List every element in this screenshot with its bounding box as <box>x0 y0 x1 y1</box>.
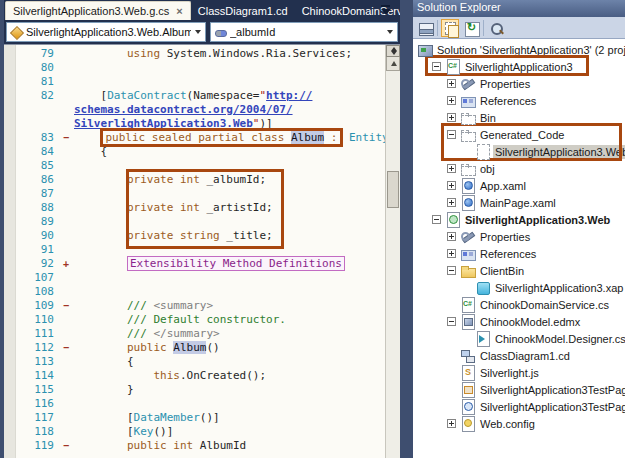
expand-icon[interactable] <box>447 232 456 241</box>
tab-strip: SilverlightApplication3.Web.g.cs×ClassDi… <box>4 0 400 20</box>
tree-item-silverlightapplication3testpage-aspx[interactable]: SilverlightApplication3TestPage.aspx <box>413 381 625 398</box>
tree-item-generated-code[interactable]: Generated_Code <box>413 126 625 143</box>
pane-splitter[interactable] <box>400 0 413 458</box>
expand-icon[interactable] <box>447 249 456 258</box>
close-icon[interactable]: × <box>176 6 182 16</box>
code-editor[interactable]: 79 using System.Windows.Ria.Services;808… <box>4 44 400 458</box>
tree-item-label: ChinookModel.edmx <box>478 315 582 329</box>
combo-dropdown-arrow-icon[interactable] <box>191 23 205 41</box>
code-line[interactable]: 113 { <box>16 355 385 369</box>
collapse-icon[interactable] <box>447 317 456 326</box>
tree-item-chinookmodel-edmx[interactable]: ChinookModel.edmx <box>413 313 625 330</box>
tree-item-chinookdomainservice-cs[interactable]: ChinookDomainService.cs <box>413 296 625 313</box>
tree-item-references[interactable]: References <box>413 245 625 262</box>
combo-dropdown-arrow-icon[interactable] <box>383 23 397 41</box>
tree-item-silverlightapplication3[interactable]: SilverlightApplication3 <box>413 58 625 75</box>
tree-item-app-xaml[interactable]: App.xaml <box>413 177 625 194</box>
code-token: _artistId; <box>200 201 273 214</box>
vertical-scrollbar[interactable] <box>385 45 400 458</box>
tree-item-silverlight-js[interactable]: Silverlight.js <box>413 364 625 381</box>
code-line[interactable]: 90 private string _title; <box>16 229 385 243</box>
code-line[interactable]: 116 <box>16 397 385 411</box>
code-line[interactable]: 80 <box>16 61 385 75</box>
tree-item-chinookmodel-designer-cs[interactable]: ChinookModel.Designer.cs <box>413 330 625 347</box>
code-line[interactable]: 89 <box>16 215 385 229</box>
tree-item-silverlightapplication3-web[interactable]: SilverlightApplication3.Web <box>413 211 625 228</box>
tree-item-properties[interactable]: Properties <box>413 75 625 92</box>
code-line[interactable]: 92+ Extensibility Method Definitions <box>16 257 385 271</box>
show-all-files-icon[interactable] <box>441 19 459 37</box>
tab-overflow-chevron-icon[interactable] <box>379 4 392 16</box>
scrollbar-thumb[interactable] <box>387 171 399 208</box>
code-line[interactable]: 79 using System.Windows.Ria.Services; <box>16 47 385 61</box>
scroll-up-button[interactable] <box>386 57 400 71</box>
code-line[interactable]: 87 <box>16 187 385 201</box>
fold-marker-icon[interactable]: − <box>58 131 74 145</box>
fold-margin <box>58 215 74 229</box>
code-line[interactable]: 107 <box>16 271 385 285</box>
code-line[interactable]: schemas.datacontract.org/2004/07/ <box>16 103 385 117</box>
code-line[interactable]: 119− public int AlbumId <box>16 439 385 453</box>
code-line[interactable]: 110 /// Default constructor. <box>16 313 385 327</box>
collapse-icon[interactable] <box>432 62 441 71</box>
code-line[interactable]: 108 <box>16 285 385 299</box>
expand-icon[interactable] <box>447 164 456 173</box>
code-line[interactable]: 115 } <box>16 383 385 397</box>
tree-item-silverlightapplication3-xap[interactable]: SilverlightApplication3.xap <box>413 279 625 296</box>
tree-item-references[interactable]: References <box>413 92 625 109</box>
code-line[interactable]: 81 <box>16 75 385 89</box>
code-line[interactable]: 91 <box>16 243 385 257</box>
collapse-icon[interactable] <box>447 266 456 275</box>
fold-marker-icon[interactable]: − <box>58 439 74 453</box>
fold-marker-icon[interactable]: + <box>58 257 74 271</box>
tree-item-classdiagram1-cd[interactable]: ClassDiagram1.cd <box>413 347 625 364</box>
code-line[interactable]: 109− /// <summary> <box>16 299 385 313</box>
code-line[interactable]: 86 private int _albumId; <box>16 173 385 187</box>
fold-marker-icon[interactable]: − <box>58 341 74 355</box>
code-line[interactable]: 82 [DataContract(Namespace="http:// <box>16 89 385 103</box>
tree-item-properties[interactable]: Properties <box>413 228 625 245</box>
tree-item-silverlightapplication3-web-g-cs[interactable]: SilverlightApplication3.Web.g.cs <box>413 143 625 160</box>
code-line[interactable]: 111 /// </summary> <box>16 327 385 341</box>
collapse-icon[interactable] <box>432 215 441 224</box>
code-token: DataContract <box>107 89 186 102</box>
view-class-diagram-icon[interactable] <box>487 19 505 37</box>
type-selector-combo[interactable]: SilverlightApplication3.Web.Album <box>6 22 206 42</box>
code-line[interactable]: 112− public Album() <box>16 341 385 355</box>
code-line[interactable]: 118 [Key()] <box>16 425 385 439</box>
expand-icon[interactable] <box>447 79 456 88</box>
code-line[interactable]: 117 [DataMember()] <box>16 411 385 425</box>
line-number: 85 <box>16 159 58 173</box>
type-selector-value: SilverlightApplication3.Web.Album <box>26 26 191 38</box>
line-number: 88 <box>16 201 58 215</box>
collapse-icon[interactable] <box>447 130 456 139</box>
expand-icon[interactable] <box>447 419 456 428</box>
editor-splitter-handle[interactable] <box>386 45 400 57</box>
properties-window-icon[interactable] <box>416 19 434 37</box>
document-tab[interactable]: ClassDiagram1.cd <box>191 1 295 20</box>
code-line[interactable]: 85 <box>16 159 385 173</box>
refresh-icon[interactable] <box>462 19 480 37</box>
code-line[interactable]: 88 private int _artistId; <box>16 201 385 215</box>
tree-item-solution-silverlightapplication3-2-projects[interactable]: Solution 'SilverlightApplication3' (2 pr… <box>413 41 625 58</box>
member-selector-combo[interactable]: _albumId <box>210 22 398 42</box>
tree-item-clientbin[interactable]: ClientBin <box>413 262 625 279</box>
document-tab[interactable]: SilverlightApplication3.Web.g.cs× <box>5 1 191 20</box>
tree-item-label: Properties <box>478 77 532 91</box>
code-line[interactable]: 84 { <box>16 145 385 159</box>
tree-item-label: ClientBin <box>478 264 526 278</box>
tree-item-web-config[interactable]: Web.config <box>413 415 625 432</box>
tree-item-silverlightapplication3testpage-html[interactable]: SilverlightApplication3TestPage.html <box>413 398 625 415</box>
code-line[interactable]: 83− public sealed partial class Album : … <box>16 131 385 145</box>
code-lines[interactable]: 79 using System.Windows.Ria.Services;808… <box>16 45 385 458</box>
code-line[interactable]: 114 this.OnCreated(); <box>16 369 385 383</box>
tree-item-mainpage-xaml[interactable]: MainPage.xaml <box>413 194 625 211</box>
expand-icon[interactable] <box>447 198 456 207</box>
tree-item-bin[interactable]: Bin <box>413 109 625 126</box>
expand-icon[interactable] <box>447 96 456 105</box>
expand-icon[interactable] <box>447 113 456 122</box>
expand-icon[interactable] <box>447 181 456 190</box>
fold-marker-icon[interactable]: − <box>58 299 74 313</box>
line-number <box>16 103 58 117</box>
tree-item-obj[interactable]: obj <box>413 160 625 177</box>
